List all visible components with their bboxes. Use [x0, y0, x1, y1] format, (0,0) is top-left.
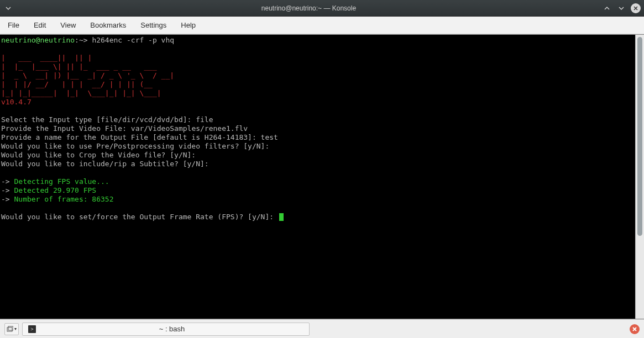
tab-bash[interactable]: > ~ : bash [22, 323, 310, 336]
menu-edit[interactable]: Edit [33, 19, 47, 31]
terminal-icon: > [28, 325, 36, 333]
line-output-answer: test [261, 133, 278, 141]
arrow-3: -> [1, 195, 14, 203]
scrollbar-thumb[interactable] [637, 37, 642, 236]
line-input-prompt: Provide the Input Video File: [1, 124, 131, 133]
svg-rect-0 [7, 328, 12, 331]
command-text: h264enc -crf -p vhq [92, 36, 174, 44]
minimize-button[interactable] [602, 3, 612, 13]
line-subtitle: Would you like to include/rip a Subtitle… [1, 160, 209, 168]
line-force-fps: Would you like to set/force the Output F… [1, 213, 278, 221]
menu-file[interactable]: File [7, 19, 20, 31]
close-tab-button[interactable] [630, 324, 640, 334]
line-output-prompt: Provide a name for the Output File [defa… [1, 133, 261, 141]
menubar: File Edit View Bookmarks Settings Help [0, 17, 644, 34]
chevron-down-icon: ▾ [14, 326, 17, 331]
menu-bookmarks[interactable]: Bookmarks [89, 19, 127, 31]
terminal-cursor [279, 213, 284, 221]
line-input-answer: var/VideoSamples/renee1.flv [131, 124, 248, 133]
menu-view[interactable]: View [59, 19, 77, 31]
window-controls [602, 3, 641, 13]
prompt-user: neutrino@neutrino [1, 36, 75, 44]
window-title: neutrino@neutrino:~ — Konsole [15, 4, 602, 12]
num-frames: Number of frames: 86352 [14, 195, 113, 203]
line-filters: Would you like to use Pre/Postprocessing… [1, 142, 269, 150]
ascii-logo: | ___ ____|| || | | |_ |___ \| || |_ ___… [1, 54, 183, 97]
menu-help[interactable]: Help [180, 19, 197, 31]
line-select-prompt: Select the Input type [file/dir/vcd/dvd/… [1, 115, 196, 124]
statusbar: ▾ > ~ : bash [0, 319, 644, 338]
version-text: v10.4.7 [1, 98, 32, 106]
new-tab-icon [7, 326, 13, 332]
prompt-path: :~> [75, 36, 92, 44]
titlebar[interactable]: neutrino@neutrino:~ — Konsole [0, 0, 644, 17]
arrow-1: -> [1, 177, 14, 186]
detecting-fps: Detecting FPS value... [14, 177, 109, 186]
scrollbar[interactable] [635, 35, 644, 319]
terminal[interactable]: neutrino@neutrino:~> h264enc -crf -p vhq… [0, 35, 635, 319]
line-select-answer: file [196, 115, 213, 124]
konsole-window: neutrino@neutrino:~ — Konsole File Edit … [0, 0, 644, 338]
close-button[interactable] [631, 3, 641, 13]
detected-fps: Detected 29.970 FPS [14, 186, 96, 194]
tab-label: ~ : bash [40, 325, 303, 333]
terminal-area: neutrino@neutrino:~> h264enc -crf -p vhq… [0, 34, 644, 319]
new-tab-button[interactable]: ▾ [4, 323, 19, 335]
app-menu-icon[interactable] [3, 3, 13, 13]
maximize-button[interactable] [616, 3, 626, 13]
svg-rect-1 [8, 326, 13, 330]
line-crop: Would you like to Crop the Video file? [… [1, 151, 196, 159]
arrow-2: -> [1, 186, 14, 194]
menu-settings[interactable]: Settings [139, 19, 167, 31]
